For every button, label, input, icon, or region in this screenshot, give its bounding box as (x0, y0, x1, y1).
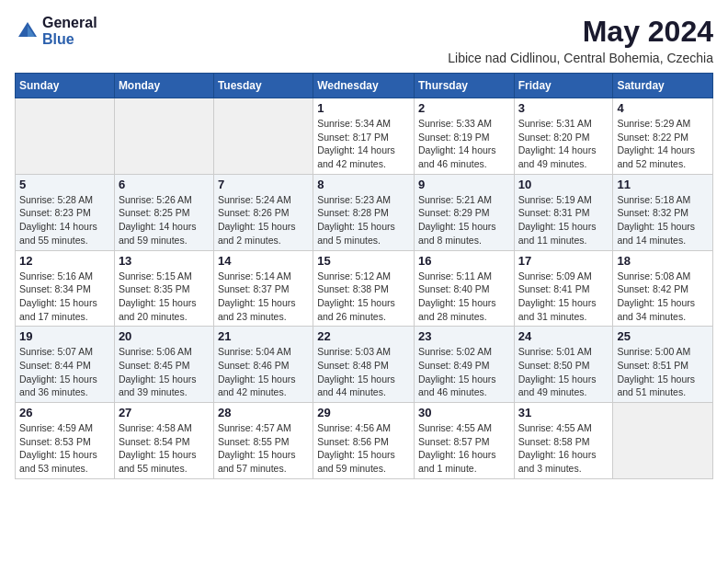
logo-general: General (42, 15, 97, 31)
logo-icon (15, 18, 40, 44)
table-row (613, 403, 713, 479)
day-number: 10 (518, 178, 609, 191)
calendar-week-row: 19Sunrise: 5:07 AM Sunset: 8:44 PM Dayli… (16, 327, 713, 403)
table-row: 12Sunrise: 5:16 AM Sunset: 8:34 PM Dayli… (16, 250, 115, 327)
table-row: 10Sunrise: 5:19 AM Sunset: 8:31 PM Dayli… (514, 174, 613, 250)
day-number: 14 (218, 254, 309, 268)
title-section: May 2024 Libice nad Cidlinou, Central Bo… (448, 15, 713, 65)
day-info: Sunrise: 4:55 AM Sunset: 8:57 PM Dayligh… (418, 421, 510, 476)
table-row: 1Sunrise: 5:34 AM Sunset: 8:17 PM Daylig… (313, 98, 415, 175)
day-info: Sunrise: 5:26 AM Sunset: 8:25 PM Dayligh… (119, 193, 210, 247)
page-header: General Blue May 2024 Libice nad Cidlino… (15, 15, 713, 65)
day-number: 8 (317, 178, 410, 191)
day-number: 30 (418, 406, 510, 419)
table-row: 28Sunrise: 4:57 AM Sunset: 8:55 PM Dayli… (213, 403, 313, 479)
table-row: 3Sunrise: 5:31 AM Sunset: 8:20 PM Daylig… (514, 98, 613, 175)
table-row: 22Sunrise: 5:03 AM Sunset: 8:48 PM Dayli… (313, 327, 415, 403)
day-number: 31 (518, 406, 609, 419)
day-number: 9 (418, 178, 510, 191)
day-info: Sunrise: 5:29 AM Sunset: 8:22 PM Dayligh… (617, 117, 709, 171)
table-row: 16Sunrise: 5:11 AM Sunset: 8:40 PM Dayli… (414, 250, 514, 327)
day-number: 11 (617, 178, 709, 191)
day-info: Sunrise: 5:23 AM Sunset: 8:28 PM Dayligh… (317, 193, 410, 247)
table-row: 20Sunrise: 5:06 AM Sunset: 8:45 PM Dayli… (114, 327, 213, 403)
day-number: 13 (119, 254, 210, 268)
header-wednesday: Wednesday (313, 74, 415, 98)
table-row: 5Sunrise: 5:28 AM Sunset: 8:23 PM Daylig… (16, 174, 115, 250)
table-row: 8Sunrise: 5:23 AM Sunset: 8:28 PM Daylig… (313, 174, 415, 250)
table-row: 24Sunrise: 5:01 AM Sunset: 8:50 PM Dayli… (514, 327, 613, 403)
day-info: Sunrise: 5:19 AM Sunset: 8:31 PM Dayligh… (518, 193, 609, 247)
day-info: Sunrise: 4:57 AM Sunset: 8:55 PM Dayligh… (218, 421, 309, 476)
day-number: 5 (19, 178, 110, 191)
table-row: 2Sunrise: 5:33 AM Sunset: 8:19 PM Daylig… (414, 98, 514, 175)
day-info: Sunrise: 5:18 AM Sunset: 8:32 PM Dayligh… (617, 193, 709, 247)
table-row: 30Sunrise: 4:55 AM Sunset: 8:57 PM Dayli… (414, 403, 514, 479)
day-number: 4 (617, 101, 709, 115)
table-row: 26Sunrise: 4:59 AM Sunset: 8:53 PM Dayli… (16, 403, 115, 479)
header-sunday: Sunday (16, 74, 115, 98)
day-info: Sunrise: 4:55 AM Sunset: 8:58 PM Dayligh… (518, 421, 609, 476)
table-row: 18Sunrise: 5:08 AM Sunset: 8:42 PM Dayli… (613, 250, 713, 327)
day-info: Sunrise: 5:33 AM Sunset: 8:19 PM Dayligh… (418, 117, 510, 171)
day-info: Sunrise: 5:11 AM Sunset: 8:40 PM Dayligh… (418, 270, 510, 324)
weekday-header-row: Sunday Monday Tuesday Wednesday Thursday… (16, 74, 713, 98)
day-info: Sunrise: 5:28 AM Sunset: 8:23 PM Dayligh… (19, 193, 110, 247)
day-number: 19 (19, 329, 110, 343)
location-label: Libice nad Cidlinou, Central Bohemia, Cz… (448, 51, 713, 65)
day-info: Sunrise: 5:21 AM Sunset: 8:29 PM Dayligh… (418, 193, 510, 247)
table-row: 6Sunrise: 5:26 AM Sunset: 8:25 PM Daylig… (114, 174, 213, 250)
day-number: 24 (518, 329, 609, 343)
calendar-week-row: 5Sunrise: 5:28 AM Sunset: 8:23 PM Daylig… (16, 174, 713, 250)
day-number: 29 (317, 406, 410, 419)
day-number: 6 (119, 178, 210, 191)
day-info: Sunrise: 5:24 AM Sunset: 8:26 PM Dayligh… (218, 193, 309, 247)
table-row (213, 98, 313, 175)
table-row: 23Sunrise: 5:02 AM Sunset: 8:49 PM Dayli… (414, 327, 514, 403)
table-row: 4Sunrise: 5:29 AM Sunset: 8:22 PM Daylig… (613, 98, 713, 175)
day-info: Sunrise: 4:59 AM Sunset: 8:53 PM Dayligh… (19, 421, 110, 476)
table-row: 9Sunrise: 5:21 AM Sunset: 8:29 PM Daylig… (414, 174, 514, 250)
day-info: Sunrise: 5:02 AM Sunset: 8:49 PM Dayligh… (418, 345, 510, 399)
day-info: Sunrise: 5:04 AM Sunset: 8:46 PM Dayligh… (218, 345, 309, 399)
day-number: 25 (617, 329, 709, 343)
day-number: 20 (119, 329, 210, 343)
table-row: 14Sunrise: 5:14 AM Sunset: 8:37 PM Dayli… (213, 250, 313, 327)
day-number: 26 (19, 406, 110, 419)
day-info: Sunrise: 5:07 AM Sunset: 8:44 PM Dayligh… (19, 345, 110, 399)
day-info: Sunrise: 5:15 AM Sunset: 8:35 PM Dayligh… (119, 270, 210, 324)
table-row (16, 98, 115, 175)
day-number: 7 (218, 178, 309, 191)
day-info: Sunrise: 5:14 AM Sunset: 8:37 PM Dayligh… (218, 270, 309, 324)
header-saturday: Saturday (613, 74, 713, 98)
day-info: Sunrise: 5:34 AM Sunset: 8:17 PM Dayligh… (317, 117, 410, 171)
table-row: 15Sunrise: 5:12 AM Sunset: 8:38 PM Dayli… (313, 250, 415, 327)
table-row: 25Sunrise: 5:00 AM Sunset: 8:51 PM Dayli… (613, 327, 713, 403)
day-info: Sunrise: 4:56 AM Sunset: 8:56 PM Dayligh… (317, 421, 410, 476)
day-number: 21 (218, 329, 309, 343)
day-number: 16 (418, 254, 510, 268)
day-info: Sunrise: 5:08 AM Sunset: 8:42 PM Dayligh… (617, 270, 709, 324)
day-info: Sunrise: 5:01 AM Sunset: 8:50 PM Dayligh… (518, 345, 609, 399)
month-year-title: May 2024 (448, 15, 713, 49)
day-number: 3 (518, 101, 609, 115)
header-friday: Friday (514, 74, 613, 98)
day-number: 17 (518, 254, 609, 268)
table-row: 17Sunrise: 5:09 AM Sunset: 8:41 PM Dayli… (514, 250, 613, 327)
header-thursday: Thursday (414, 74, 514, 98)
day-info: Sunrise: 5:16 AM Sunset: 8:34 PM Dayligh… (19, 270, 110, 324)
day-number: 18 (617, 254, 709, 268)
day-info: Sunrise: 4:58 AM Sunset: 8:54 PM Dayligh… (119, 421, 210, 476)
day-info: Sunrise: 5:03 AM Sunset: 8:48 PM Dayligh… (317, 345, 410, 399)
day-number: 12 (19, 254, 110, 268)
table-row: 21Sunrise: 5:04 AM Sunset: 8:46 PM Dayli… (213, 327, 313, 403)
day-info: Sunrise: 5:12 AM Sunset: 8:38 PM Dayligh… (317, 270, 410, 324)
day-info: Sunrise: 5:00 AM Sunset: 8:51 PM Dayligh… (617, 345, 709, 399)
day-info: Sunrise: 5:31 AM Sunset: 8:20 PM Dayligh… (518, 117, 609, 171)
table-row: 27Sunrise: 4:58 AM Sunset: 8:54 PM Dayli… (114, 403, 213, 479)
calendar-table: Sunday Monday Tuesday Wednesday Thursday… (15, 73, 713, 479)
day-number: 22 (317, 329, 410, 343)
day-info: Sunrise: 5:06 AM Sunset: 8:45 PM Dayligh… (119, 345, 210, 399)
table-row (114, 98, 213, 175)
table-row: 29Sunrise: 4:56 AM Sunset: 8:56 PM Dayli… (313, 403, 415, 479)
